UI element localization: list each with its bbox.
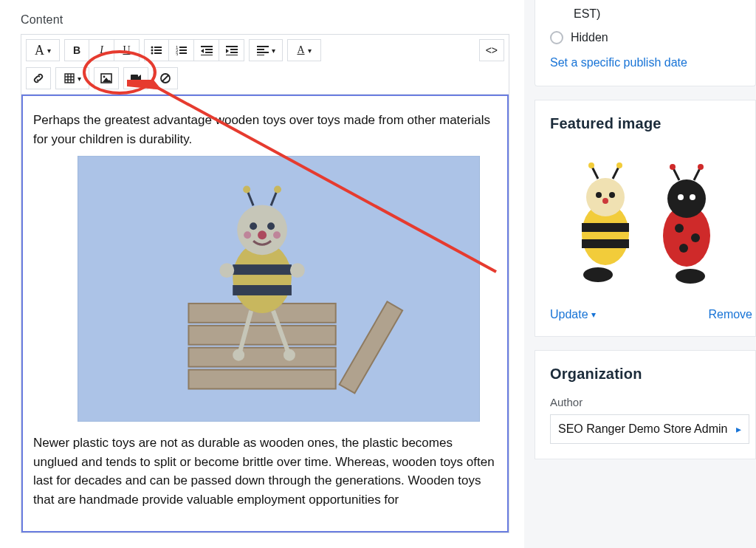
- radio-label: Hidden: [571, 31, 608, 44]
- author-label: Author: [550, 396, 749, 408]
- underline-button[interactable]: U: [114, 39, 140, 61]
- svg-rect-13: [205, 49, 213, 50]
- svg-point-83: [678, 194, 684, 200]
- visibility-hidden-option[interactable]: Hidden: [550, 31, 740, 44]
- dropdown-caret-icon: ▾: [272, 47, 275, 55]
- svg-point-76: [616, 162, 622, 168]
- table-dropdown[interactable]: ▾: [55, 67, 89, 89]
- svg-rect-63: [78, 157, 479, 422]
- svg-point-77: [583, 267, 613, 282]
- font-letter: A: [35, 43, 44, 58]
- svg-marker-21: [226, 49, 229, 53]
- rich-text-editor: A ▾ B I U 123: [21, 34, 509, 533]
- italic-button[interactable]: I: [89, 39, 114, 61]
- svg-rect-23: [257, 49, 264, 50]
- svg-rect-12: [201, 46, 213, 47]
- editor-toolbar: A ▾ B I U 123: [21, 35, 509, 95]
- update-image-link[interactable]: Update ▾: [550, 308, 596, 321]
- svg-rect-67: [582, 223, 629, 232]
- svg-point-32: [103, 76, 106, 78]
- insert-video-button[interactable]: [123, 67, 148, 89]
- embedded-image[interactable]: [78, 156, 480, 422]
- outdent-button[interactable]: [194, 39, 219, 61]
- svg-rect-25: [257, 55, 264, 55]
- dropdown-caret-icon: ▾: [47, 47, 51, 55]
- svg-rect-4: [154, 49, 162, 51]
- clear-format-button[interactable]: [153, 67, 178, 89]
- svg-point-81: [679, 244, 688, 253]
- author-select[interactable]: SEO Ranger Demo Store Admin ▸: [550, 414, 749, 444]
- svg-point-0: [151, 47, 154, 49]
- bulleted-list-button[interactable]: [144, 39, 169, 61]
- text-color-icon: A: [297, 44, 304, 56]
- svg-rect-5: [154, 52, 162, 54]
- radio-icon: [550, 31, 563, 44]
- numbered-list-icon: 123: [176, 45, 188, 55]
- svg-rect-14: [205, 52, 213, 53]
- svg-point-69: [586, 178, 625, 216]
- chevron-down-icon: ▾: [591, 309, 596, 320]
- svg-rect-68: [582, 239, 629, 248]
- dropdown-caret-icon: ▾: [308, 47, 312, 55]
- align-left-icon: [257, 45, 269, 55]
- svg-point-75: [588, 162, 594, 168]
- text-color-dropdown[interactable]: A ▾: [287, 39, 321, 61]
- card-title: Organization: [550, 366, 749, 383]
- link-button[interactable]: [26, 67, 51, 89]
- svg-point-72: [602, 198, 608, 204]
- bold-button[interactable]: B: [64, 39, 89, 61]
- svg-rect-34: [131, 75, 138, 82]
- svg-point-1: [151, 49, 154, 52]
- svg-rect-20: [226, 55, 238, 55]
- svg-rect-11: [179, 52, 187, 54]
- svg-point-79: [675, 224, 684, 233]
- align-dropdown[interactable]: ▾: [249, 39, 283, 61]
- svg-rect-9: [179, 47, 187, 48]
- indent-button[interactable]: [219, 39, 244, 61]
- svg-point-88: [698, 164, 704, 170]
- select-value: SEO Ranger Demo Store Admin: [558, 422, 727, 436]
- svg-rect-65: [550, 149, 742, 297]
- dropdown-caret-icon: ▾: [78, 75, 81, 83]
- paragraph[interactable]: Newer plastic toys are not as durable as…: [33, 434, 495, 509]
- svg-rect-10: [179, 49, 187, 51]
- svg-marker-35: [138, 75, 141, 82]
- svg-rect-3: [154, 47, 162, 48]
- svg-rect-19: [230, 52, 238, 53]
- select-caret-icon: ▸: [736, 423, 741, 435]
- visibility-card: EST) Hidden Set a specific publish date: [535, 0, 756, 86]
- svg-point-2: [151, 52, 154, 55]
- svg-rect-26: [65, 74, 74, 83]
- indent-icon: [226, 45, 238, 55]
- paragraph[interactable]: Perhaps the greatest advantage wooden to…: [33, 111, 495, 148]
- card-title: Featured image: [550, 115, 755, 132]
- svg-marker-16: [201, 49, 204, 53]
- svg-point-80: [691, 233, 700, 242]
- set-publish-date-link[interactable]: Set a specific publish date: [550, 56, 740, 69]
- video-icon: [130, 74, 142, 83]
- featured-image-card: Featured image: [535, 100, 756, 337]
- schedule-trailing-text: EST): [550, 7, 740, 21]
- insert-image-button[interactable]: [94, 67, 119, 89]
- no-entry-icon: [160, 73, 171, 83]
- link-icon: [32, 73, 44, 83]
- html-toggle-button[interactable]: <>: [479, 39, 504, 61]
- svg-point-70: [596, 192, 602, 198]
- svg-point-89: [676, 269, 705, 284]
- organization-card: Organization Author SEO Ranger Demo Stor…: [535, 350, 756, 459]
- font-style-dropdown[interactable]: A ▾: [26, 39, 60, 61]
- editor-content-area[interactable]: Perhaps the greatest advantage wooden to…: [21, 95, 509, 532]
- svg-rect-22: [257, 46, 269, 47]
- svg-point-87: [670, 164, 676, 170]
- numbered-list-button[interactable]: 123: [169, 39, 194, 61]
- svg-rect-24: [257, 52, 269, 53]
- svg-rect-15: [201, 55, 213, 55]
- svg-line-37: [162, 75, 168, 81]
- image-icon: [100, 73, 112, 83]
- svg-marker-33: [103, 78, 111, 82]
- featured-image-thumbnail[interactable]: [550, 145, 742, 301]
- svg-point-84: [690, 194, 695, 200]
- remove-image-link[interactable]: Remove: [708, 308, 752, 321]
- outdent-icon: [201, 45, 213, 55]
- svg-point-82: [667, 179, 706, 218]
